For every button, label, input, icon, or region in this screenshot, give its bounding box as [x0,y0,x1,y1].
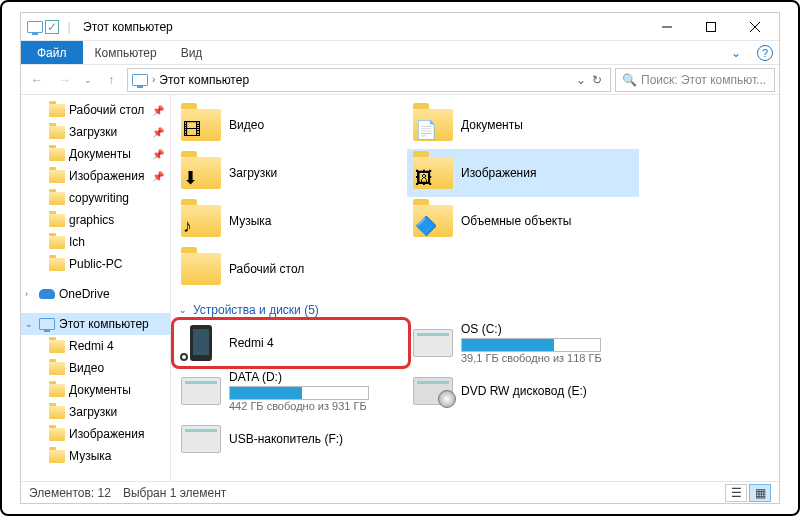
item-label: USB-накопитель (F:) [229,432,343,446]
phone-icon [190,325,212,361]
item-label: Видео [229,118,264,132]
folder-item[interactable]: ♪Музыка [175,197,407,245]
qat-checkbox-icon[interactable]: ✓ [45,20,59,34]
nav-label: Загрузки [69,405,117,419]
maximize-button[interactable] [689,13,733,41]
capacity-bar [229,386,369,400]
search-input[interactable]: 🔍 Поиск: Этот компьют... [615,68,775,92]
breadcrumb[interactable]: › Этот компьютер ⌄ ↻ [127,68,611,92]
item-label: Загрузки [229,166,277,180]
folder-item[interactable]: ⬇Загрузки [175,149,407,197]
breadcrumb-dropdown-icon[interactable]: ⌄ [576,73,586,87]
device-item[interactable]: USB-накопитель (F:) [175,415,407,463]
nav-item[interactable]: Загрузки [21,401,170,423]
item-label: OS (C:) [461,322,602,336]
pin-icon: 📌 [152,105,164,116]
disk-icon [413,329,453,357]
expand-icon[interactable]: ⌄ [25,319,35,329]
nav-item[interactable]: Загрузки📌 [21,121,170,143]
forward-button[interactable]: → [53,68,77,92]
search-placeholder: Поиск: Этот компьют... [641,73,766,87]
nav-item[interactable]: Видео [21,357,170,379]
nav-item[interactable]: Музыка [21,445,170,467]
nav-label: Ich [69,235,85,249]
nav-item[interactable]: ⌄Этот компьютер [21,313,170,335]
group-header-devices[interactable]: ⌄ Устройства и диски (5) [171,299,773,319]
nav-label: Документы [69,383,131,397]
breadcrumb-item[interactable]: Этот компьютер [159,73,249,87]
nav-item[interactable]: Ich [21,231,170,253]
folder-item[interactable]: 📄Документы [407,101,639,149]
file-tab[interactable]: Файл [21,41,83,64]
folder-icon [49,214,65,227]
folder-icon: ♪ [181,205,221,237]
folder-item[interactable]: Рабочий стол [175,245,407,293]
tab-view[interactable]: Вид [169,41,215,64]
recent-dropdown[interactable]: ⌄ [81,68,95,92]
folder-icon [49,192,65,205]
od-icon [39,289,55,299]
refresh-icon[interactable]: ↻ [592,73,602,87]
tab-computer[interactable]: Компьютер [83,41,169,64]
help-icon[interactable]: ? [757,45,773,61]
disk-icon [181,425,221,453]
folder-item[interactable]: 🎞Видео [175,101,407,149]
folder-item[interactable]: 🔷Объемные объекты [407,197,639,245]
view-icons-button[interactable]: ▦ [749,484,771,502]
nav-label: Public-PC [69,257,122,271]
folder-icon [49,450,65,463]
item-sub: 442 ГБ свободно из 931 ГБ [229,400,369,412]
expand-icon[interactable]: › [25,289,35,299]
status-selection: Выбран 1 элемент [123,486,226,500]
nav-item[interactable]: Документы📌 [21,143,170,165]
nav-label: Изображения [69,427,144,441]
folder-icon: 🖼 [413,157,453,189]
minimize-button[interactable] [645,13,689,41]
nav-label: Документы [69,147,131,161]
status-bar: Элементов: 12 Выбран 1 элемент ☰ ▦ [21,481,779,503]
nav-item[interactable]: Public-PC [21,253,170,275]
item-label: Redmi 4 [229,336,274,350]
folder-icon [49,258,65,271]
nav-label: Рабочий стол [69,103,144,117]
device-item[interactable]: OS (C:)39,1 ГБ свободно из 118 ГБ [407,319,639,367]
nav-item[interactable]: graphics [21,209,170,231]
back-button[interactable]: ← [25,68,49,92]
status-item-count: Элементов: 12 [29,486,111,500]
item-label: Документы [461,118,523,132]
folder-icon [49,428,65,441]
nav-item[interactable]: ›OneDrive [21,283,170,305]
chevron-down-icon: ⌄ [179,305,187,315]
item-label: Изображения [461,166,536,180]
ribbon-expand-icon[interactable]: ⌄ [721,41,751,64]
nav-label: graphics [69,213,114,227]
pin-icon: 📌 [152,127,164,138]
pin-icon: 📌 [152,171,164,182]
device-item[interactable]: DATA (D:)442 ГБ свободно из 931 ГБ [175,367,407,415]
up-button[interactable]: ↑ [99,68,123,92]
qat-divider: | [61,19,77,35]
nav-item[interactable]: Рабочий стол📌 [21,99,170,121]
nav-item[interactable]: Документы [21,379,170,401]
nav-item[interactable]: copywriting [21,187,170,209]
item-label: Рабочий стол [229,262,304,276]
folder-icon: 🎞 [181,109,221,141]
folder-icon [49,340,65,353]
ribbon: Файл Компьютер Вид ⌄ ? [21,41,779,65]
nav-item[interactable]: Изображения📌 [21,165,170,187]
folder-icon [49,104,65,117]
folder-icon [49,384,65,397]
folder-icon [49,126,65,139]
folder-icon: 🔷 [413,205,453,237]
device-item[interactable]: DVD RW дисковод (E:) [407,367,639,415]
view-details-button[interactable]: ☰ [725,484,747,502]
item-label: Музыка [229,214,271,228]
app-icon [27,19,43,35]
nav-label: OneDrive [59,287,110,301]
nav-item[interactable]: Redmi 4 [21,335,170,357]
item-sub: 39,1 ГБ свободно из 118 ГБ [461,352,602,364]
folder-item[interactable]: 🖼Изображения [407,149,639,197]
close-button[interactable] [733,13,777,41]
nav-item[interactable]: Изображения [21,423,170,445]
device-item[interactable]: Redmi 4 [175,319,407,367]
